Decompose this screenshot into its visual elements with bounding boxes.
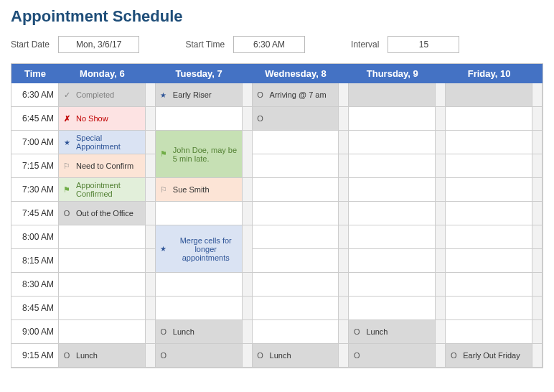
time-cell: 8:30 AM (11, 273, 59, 297)
appt-fri-0[interactable] (446, 83, 532, 107)
header-day-wed: Wednesday, 8 (253, 64, 339, 83)
appt-mon-0[interactable]: Completed (59, 83, 146, 107)
appt-fri-3[interactable] (446, 154, 532, 178)
appt-wed-7[interactable] (253, 249, 339, 273)
appt-wed-3[interactable] (253, 154, 339, 178)
time-cell: 8:45 AM (11, 297, 59, 320)
circle-icon (352, 327, 362, 336)
header-day-tue: Tuesday, 7 (156, 64, 243, 83)
appt-fri-2[interactable] (446, 131, 532, 154)
appt-thu-1[interactable] (349, 107, 436, 131)
appt-mon-6[interactable] (59, 225, 146, 249)
start-time-label: Start Time (185, 39, 225, 50)
appt-thu-6[interactable] (349, 225, 436, 249)
appt-fri-4[interactable] (446, 178, 532, 202)
appt-mon-1[interactable]: No Show (59, 107, 146, 131)
appt-tue-5[interactable] (156, 202, 243, 225)
schedule-table: Time Monday, 6 Tuesday, 7 Wednesday, 8 T… (11, 63, 543, 368)
circle-icon (62, 351, 72, 360)
appt-mon-9[interactable] (59, 297, 146, 320)
header-day-fri: Friday, 10 (446, 64, 532, 83)
circle-icon (449, 351, 459, 360)
start-date-input[interactable]: Mon, 3/6/17 (58, 36, 139, 53)
time-cell: 6:45 AM (11, 107, 59, 131)
appt-wed-6[interactable] (253, 225, 339, 249)
appt-tue-0[interactable]: Early Riser (156, 83, 243, 107)
appt-thu-5[interactable] (349, 202, 436, 225)
appt-thu-8[interactable] (349, 273, 436, 297)
appt-mon-5[interactable]: Out of the Office (59, 202, 146, 225)
time-cell: 8:00 AM (11, 225, 59, 249)
appt-wed-11[interactable]: Lunch (253, 344, 339, 368)
appt-tue-11[interactable] (156, 344, 243, 368)
appt-mon-11[interactable]: Lunch (59, 344, 146, 368)
time-cell: 7:45 AM (11, 202, 59, 225)
appt-fri-11[interactable]: Early Out Friday (446, 344, 532, 368)
appt-wed-1[interactable] (253, 107, 339, 131)
time-cell: 7:00 AM (11, 131, 59, 154)
time-cell: 6:30 AM (11, 83, 59, 107)
circle-icon (159, 351, 169, 360)
appt-mon-7[interactable] (59, 249, 146, 273)
appt-thu-0[interactable] (349, 83, 436, 107)
appt-tue-2[interactable]: John Doe, may be 5 min late. (156, 131, 243, 178)
circle-icon (255, 114, 266, 123)
controls-row: Start Date Mon, 3/6/17 Start Time 6:30 A… (11, 36, 543, 53)
time-cell: 9:00 AM (11, 320, 59, 344)
appt-tue-6[interactable]: Merge cells for longer appointments (156, 225, 243, 273)
appt-fri-1[interactable] (446, 107, 532, 131)
star-icon (159, 245, 169, 253)
appt-wed-5[interactable] (253, 202, 339, 225)
flag-white-icon (62, 162, 72, 171)
appt-thu-11[interactable] (349, 344, 436, 368)
appt-fri-10[interactable] (446, 320, 532, 344)
start-date-label: Start Date (11, 39, 50, 50)
header-day-thu: Thursday, 9 (349, 64, 436, 83)
circle-icon (255, 90, 266, 99)
appt-wed-8[interactable] (253, 273, 339, 297)
interval-label: Interval (351, 39, 379, 50)
flag-green-icon (62, 185, 72, 195)
circle-icon (62, 209, 72, 218)
check-icon (62, 90, 72, 100)
appt-mon-4[interactable]: Appointment Confirmed (59, 178, 146, 202)
appt-mon-2[interactable]: Special Appointment (59, 131, 146, 154)
time-cell: 8:15 AM (11, 249, 59, 273)
appt-mon-8[interactable] (59, 273, 146, 297)
circle-icon (159, 327, 169, 336)
header-time: Time (11, 64, 59, 83)
appt-tue-1[interactable] (156, 107, 243, 131)
time-cell: 9:15 AM (11, 344, 59, 368)
appt-thu-3[interactable] (349, 154, 436, 178)
appt-tue-8[interactable] (156, 273, 243, 297)
appt-fri-6[interactable] (446, 225, 532, 249)
appt-thu-9[interactable] (349, 297, 436, 320)
star-icon (159, 91, 169, 99)
appt-thu-10[interactable]: Lunch (349, 320, 436, 344)
appt-thu-7[interactable] (349, 249, 436, 273)
appt-tue-9[interactable] (156, 297, 243, 320)
page-title: Appointment Schedule (11, 7, 543, 26)
appt-wed-10[interactable] (253, 320, 339, 344)
star-icon (62, 139, 72, 146)
appt-wed-2[interactable] (253, 131, 339, 154)
appt-wed-0[interactable]: Arriving @ 7 am (253, 83, 339, 107)
appt-tue-4[interactable]: Sue Smith (156, 178, 243, 202)
flag-green-icon (159, 149, 169, 159)
appt-mon-3[interactable]: Need to Confirm (59, 154, 146, 178)
circle-icon (352, 351, 362, 360)
appt-fri-9[interactable] (446, 297, 532, 320)
flag-white-icon (159, 185, 169, 195)
appt-fri-8[interactable] (446, 273, 532, 297)
interval-input[interactable]: 15 (388, 36, 459, 53)
appt-fri-5[interactable] (446, 202, 532, 225)
appt-wed-4[interactable] (253, 178, 339, 202)
appt-tue-10[interactable]: Lunch (156, 320, 243, 344)
appt-mon-10[interactable] (59, 320, 146, 344)
start-time-input[interactable]: 6:30 AM (233, 36, 305, 53)
appt-thu-2[interactable] (349, 131, 436, 154)
appt-wed-9[interactable] (253, 297, 339, 320)
x-icon (62, 114, 72, 123)
appt-thu-4[interactable] (349, 178, 436, 202)
appt-fri-7[interactable] (446, 249, 532, 273)
